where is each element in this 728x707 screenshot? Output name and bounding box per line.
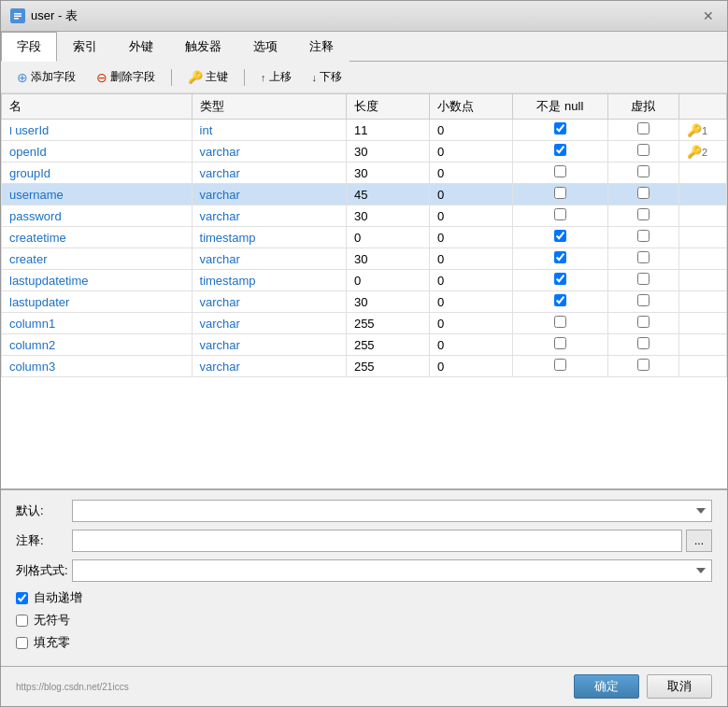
notnull-checkbox[interactable] — [554, 294, 566, 306]
field-notnull-cell[interactable] — [513, 141, 608, 163]
field-virtual-cell[interactable] — [607, 227, 678, 248]
table-row[interactable]: I userIdint110🔑1 — [2, 120, 727, 141]
notnull-checkbox[interactable] — [554, 208, 566, 220]
delete-field-button[interactable]: ⊖ 删除字段 — [88, 65, 164, 89]
field-notnull-cell[interactable] — [513, 120, 608, 141]
field-decimal-cell: 0 — [429, 163, 512, 184]
field-name-cell[interactable]: openId — [2, 141, 193, 163]
virtual-checkbox[interactable] — [637, 230, 649, 242]
cancel-button[interactable]: 取消 — [647, 674, 712, 699]
notnull-checkbox[interactable] — [554, 187, 566, 199]
notnull-checkbox[interactable] — [554, 273, 566, 285]
field-notnull-cell[interactable] — [513, 291, 608, 313]
comment-input[interactable] — [72, 530, 682, 552]
field-name-cell[interactable]: lastupdatetime — [2, 270, 193, 291]
table-row[interactable]: groupIdvarchar300 — [2, 163, 727, 184]
close-button[interactable]: ✕ — [699, 7, 718, 25]
field-notnull-cell[interactable] — [513, 248, 608, 270]
virtual-checkbox[interactable] — [637, 337, 649, 349]
table-row[interactable]: column2varchar2550 — [2, 334, 727, 356]
field-length-cell: 30 — [346, 141, 429, 163]
auto-increment-label[interactable]: 自动递增 — [34, 589, 82, 606]
tab-foreign[interactable]: 外键 — [113, 32, 169, 62]
virtual-checkbox[interactable] — [637, 122, 649, 134]
notnull-checkbox[interactable] — [554, 316, 566, 328]
virtual-checkbox[interactable] — [637, 316, 649, 328]
notnull-checkbox[interactable] — [554, 122, 566, 134]
field-virtual-cell[interactable] — [607, 270, 678, 291]
field-name-cell[interactable]: I userId — [2, 120, 193, 141]
move-down-button[interactable]: ↓ 下移 — [304, 65, 351, 89]
field-virtual-cell[interactable] — [607, 163, 678, 184]
table-row[interactable]: column1varchar2550 — [2, 313, 727, 334]
field-notnull-cell[interactable] — [513, 184, 608, 205]
table-row[interactable]: lastupdatetimetimestamp00 — [2, 270, 727, 291]
notnull-checkbox[interactable] — [554, 251, 566, 263]
field-name-cell[interactable]: column3 — [2, 356, 193, 377]
virtual-checkbox[interactable] — [637, 251, 649, 263]
field-notnull-cell[interactable] — [513, 163, 608, 184]
add-field-button[interactable]: ⊕ 添加字段 — [8, 65, 84, 89]
notnull-checkbox[interactable] — [554, 337, 566, 349]
virtual-checkbox[interactable] — [637, 208, 649, 220]
virtual-checkbox[interactable] — [637, 294, 649, 306]
virtual-checkbox[interactable] — [637, 359, 649, 371]
confirm-button[interactable]: 确定 — [574, 674, 639, 699]
field-notnull-cell[interactable] — [513, 313, 608, 334]
field-virtual-cell[interactable] — [607, 120, 678, 141]
table-container[interactable]: 名 类型 长度 小数点 不是 null 虚拟 I userIdint110🔑1o… — [1, 93, 727, 489]
default-select[interactable] — [72, 500, 712, 522]
tab-trigger[interactable]: 触发器 — [169, 32, 237, 62]
tab-index[interactable]: 索引 — [57, 32, 113, 62]
table-row[interactable]: usernamevarchar450 — [2, 184, 727, 205]
field-notnull-cell[interactable] — [513, 270, 608, 291]
format-select[interactable] — [72, 559, 712, 582]
zerofill-label[interactable]: 填充零 — [34, 634, 70, 651]
field-notnull-cell[interactable] — [513, 334, 608, 356]
primary-key-button[interactable]: 🔑 主键 — [179, 65, 236, 89]
table-row[interactable]: passwordvarchar300 — [2, 205, 727, 227]
field-virtual-cell[interactable] — [607, 356, 678, 377]
field-name-cell[interactable]: groupId — [2, 163, 193, 184]
field-name-cell[interactable]: column2 — [2, 334, 193, 356]
notnull-checkbox[interactable] — [554, 230, 566, 242]
field-virtual-cell[interactable] — [607, 248, 678, 270]
notnull-checkbox[interactable] — [554, 359, 566, 371]
field-virtual-cell[interactable] — [607, 291, 678, 313]
virtual-checkbox[interactable] — [637, 187, 649, 199]
field-virtual-cell[interactable] — [607, 184, 678, 205]
field-name-cell[interactable]: creater — [2, 248, 193, 270]
field-name-cell[interactable]: password — [2, 205, 193, 227]
unsigned-checkbox[interactable] — [16, 615, 28, 627]
field-name-cell[interactable]: column1 — [2, 313, 193, 334]
virtual-checkbox[interactable] — [637, 273, 649, 285]
notnull-checkbox[interactable] — [554, 144, 566, 156]
tab-options[interactable]: 选项 — [237, 32, 293, 62]
field-notnull-cell[interactable] — [513, 356, 608, 377]
field-name-cell[interactable]: createtime — [2, 227, 193, 248]
table-row[interactable]: column3varchar2550 — [2, 356, 727, 377]
move-up-button[interactable]: ↑ 上移 — [252, 65, 300, 89]
table-row[interactable]: createtimetimestamp00 — [2, 227, 727, 248]
notnull-checkbox[interactable] — [554, 165, 566, 177]
dots-button[interactable]: ... — [686, 530, 712, 552]
table-row[interactable]: lastupdatervarchar300 — [2, 291, 727, 313]
field-virtual-cell[interactable] — [607, 141, 678, 163]
tab-fields[interactable]: 字段 — [1, 32, 57, 62]
field-decimal-cell: 0 — [429, 184, 512, 205]
field-virtual-cell[interactable] — [607, 334, 678, 356]
field-virtual-cell[interactable] — [607, 205, 678, 227]
virtual-checkbox[interactable] — [637, 165, 649, 177]
unsigned-label[interactable]: 无符号 — [34, 612, 70, 629]
virtual-checkbox[interactable] — [637, 144, 649, 156]
tab-comment[interactable]: 注释 — [293, 32, 350, 62]
field-virtual-cell[interactable] — [607, 313, 678, 334]
field-notnull-cell[interactable] — [513, 227, 608, 248]
table-row[interactable]: creatervarchar300 — [2, 248, 727, 270]
field-name-cell[interactable]: lastupdater — [2, 291, 193, 313]
table-row[interactable]: openIdvarchar300🔑2 — [2, 141, 727, 163]
field-name-cell[interactable]: username — [2, 184, 193, 205]
zerofill-checkbox[interactable] — [16, 637, 28, 649]
auto-increment-checkbox[interactable] — [16, 592, 28, 604]
field-notnull-cell[interactable] — [513, 205, 608, 227]
